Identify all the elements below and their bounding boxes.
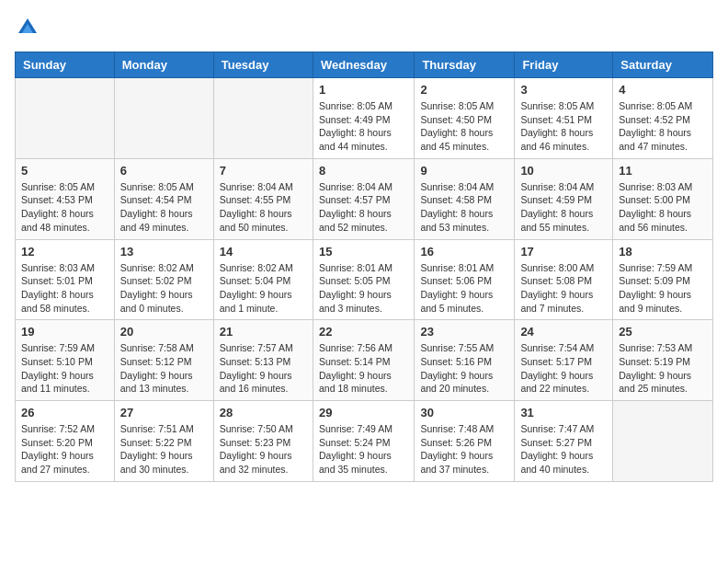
- day-number: 2: [420, 83, 508, 97]
- day-number: 6: [120, 164, 208, 178]
- day-number: 18: [619, 245, 707, 259]
- day-number: 12: [21, 245, 108, 259]
- day-info: Sunrise: 7:59 AM Sunset: 5:10 PM Dayligh…: [21, 341, 108, 396]
- calendar-cell: 21Sunrise: 7:57 AM Sunset: 5:13 PM Dayli…: [213, 320, 313, 401]
- day-info: Sunrise: 8:00 AM Sunset: 5:08 PM Dayligh…: [520, 261, 607, 316]
- calendar-cell: 9Sunrise: 8:04 AM Sunset: 4:58 PM Daylig…: [415, 158, 515, 239]
- logo-icon: [15, 15, 40, 40]
- week-row-1: 1Sunrise: 8:05 AM Sunset: 4:49 PM Daylig…: [16, 78, 713, 159]
- calendar-cell: 22Sunrise: 7:56 AM Sunset: 5:14 PM Dayli…: [313, 320, 414, 401]
- day-info: Sunrise: 7:49 AM Sunset: 5:24 PM Dayligh…: [319, 422, 408, 477]
- calendar-cell: 17Sunrise: 8:00 AM Sunset: 5:08 PM Dayli…: [515, 239, 613, 320]
- day-number: 8: [319, 164, 408, 178]
- calendar-cell: 24Sunrise: 7:54 AM Sunset: 5:17 PM Dayli…: [515, 320, 613, 401]
- day-info: Sunrise: 7:55 AM Sunset: 5:16 PM Dayligh…: [420, 341, 508, 396]
- day-info: Sunrise: 7:59 AM Sunset: 5:09 PM Dayligh…: [619, 261, 707, 316]
- day-info: Sunrise: 8:03 AM Sunset: 5:01 PM Dayligh…: [21, 261, 108, 316]
- day-info: Sunrise: 7:47 AM Sunset: 5:27 PM Dayligh…: [520, 422, 607, 477]
- day-number: 25: [619, 325, 707, 339]
- calendar-cell: 26Sunrise: 7:52 AM Sunset: 5:20 PM Dayli…: [16, 401, 115, 482]
- calendar-cell: 13Sunrise: 8:02 AM Sunset: 5:02 PM Dayli…: [114, 239, 213, 320]
- day-number: 24: [520, 325, 607, 339]
- calendar-cell: 3Sunrise: 8:05 AM Sunset: 4:51 PM Daylig…: [515, 78, 613, 159]
- day-info: Sunrise: 8:05 AM Sunset: 4:50 PM Dayligh…: [420, 99, 508, 154]
- calendar-cell: 11Sunrise: 8:03 AM Sunset: 5:00 PM Dayli…: [613, 158, 713, 239]
- day-number: 29: [319, 406, 408, 419]
- day-number: 5: [21, 164, 108, 178]
- calendar-header-row: SundayMondayTuesdayWednesdayThursdayFrid…: [16, 52, 713, 78]
- column-header-saturday: Saturday: [613, 52, 713, 78]
- day-number: 22: [319, 325, 408, 339]
- calendar-cell: 29Sunrise: 7:49 AM Sunset: 5:24 PM Dayli…: [313, 401, 414, 482]
- day-info: Sunrise: 8:01 AM Sunset: 5:06 PM Dayligh…: [420, 261, 508, 316]
- day-number: 9: [420, 164, 508, 178]
- calendar-cell: 28Sunrise: 7:50 AM Sunset: 5:23 PM Dayli…: [213, 401, 313, 482]
- day-info: Sunrise: 8:05 AM Sunset: 4:52 PM Dayligh…: [619, 99, 707, 154]
- day-number: 31: [520, 406, 607, 419]
- column-header-wednesday: Wednesday: [313, 52, 414, 78]
- day-number: 23: [420, 325, 508, 339]
- day-info: Sunrise: 7:57 AM Sunset: 5:13 PM Dayligh…: [220, 341, 307, 396]
- calendar-cell: 20Sunrise: 7:58 AM Sunset: 5:12 PM Dayli…: [114, 320, 213, 401]
- calendar-cell: 1Sunrise: 8:05 AM Sunset: 4:49 PM Daylig…: [313, 78, 414, 159]
- calendar-cell: 16Sunrise: 8:01 AM Sunset: 5:06 PM Dayli…: [415, 239, 515, 320]
- page-header: [15, 15, 713, 40]
- day-info: Sunrise: 8:01 AM Sunset: 5:05 PM Dayligh…: [319, 261, 408, 316]
- day-info: Sunrise: 8:04 AM Sunset: 4:58 PM Dayligh…: [420, 180, 508, 235]
- day-info: Sunrise: 7:56 AM Sunset: 5:14 PM Dayligh…: [319, 341, 408, 396]
- day-number: 27: [120, 406, 208, 419]
- day-number: 17: [520, 245, 607, 259]
- day-number: 21: [220, 325, 307, 339]
- calendar: SundayMondayTuesdayWednesdayThursdayFrid…: [15, 52, 713, 482]
- day-info: Sunrise: 7:58 AM Sunset: 5:12 PM Dayligh…: [120, 341, 208, 396]
- calendar-cell: 19Sunrise: 7:59 AM Sunset: 5:10 PM Dayli…: [16, 320, 115, 401]
- day-number: 13: [120, 245, 208, 259]
- calendar-cell: 14Sunrise: 8:02 AM Sunset: 5:04 PM Dayli…: [213, 239, 313, 320]
- day-number: 7: [220, 164, 307, 178]
- day-info: Sunrise: 7:52 AM Sunset: 5:20 PM Dayligh…: [21, 422, 108, 477]
- calendar-cell: 6Sunrise: 8:05 AM Sunset: 4:54 PM Daylig…: [114, 158, 213, 239]
- day-number: 10: [520, 164, 607, 178]
- day-info: Sunrise: 8:04 AM Sunset: 4:55 PM Dayligh…: [220, 180, 307, 235]
- day-info: Sunrise: 8:05 AM Sunset: 4:54 PM Dayligh…: [120, 180, 208, 235]
- day-info: Sunrise: 8:04 AM Sunset: 4:57 PM Dayligh…: [319, 180, 408, 235]
- day-info: Sunrise: 8:04 AM Sunset: 4:59 PM Dayligh…: [520, 180, 607, 235]
- calendar-cell: 31Sunrise: 7:47 AM Sunset: 5:27 PM Dayli…: [515, 401, 613, 482]
- day-number: 3: [520, 83, 607, 97]
- column-header-sunday: Sunday: [16, 52, 115, 78]
- calendar-cell: 25Sunrise: 7:53 AM Sunset: 5:19 PM Dayli…: [613, 320, 713, 401]
- day-info: Sunrise: 7:51 AM Sunset: 5:22 PM Dayligh…: [120, 422, 208, 477]
- day-number: 4: [619, 83, 707, 97]
- day-number: 28: [220, 406, 307, 419]
- week-row-3: 12Sunrise: 8:03 AM Sunset: 5:01 PM Dayli…: [16, 239, 713, 320]
- column-header-monday: Monday: [114, 52, 213, 78]
- calendar-cell: 18Sunrise: 7:59 AM Sunset: 5:09 PM Dayli…: [613, 239, 713, 320]
- week-row-2: 5Sunrise: 8:05 AM Sunset: 4:53 PM Daylig…: [16, 158, 713, 239]
- calendar-cell: 4Sunrise: 8:05 AM Sunset: 4:52 PM Daylig…: [613, 78, 713, 159]
- logo: [15, 15, 44, 40]
- day-info: Sunrise: 8:03 AM Sunset: 5:00 PM Dayligh…: [619, 180, 707, 235]
- column-header-friday: Friday: [515, 52, 613, 78]
- day-number: 16: [420, 245, 508, 259]
- calendar-cell: 30Sunrise: 7:48 AM Sunset: 5:26 PM Dayli…: [415, 401, 515, 482]
- day-number: 11: [619, 164, 707, 178]
- calendar-cell: 15Sunrise: 8:01 AM Sunset: 5:05 PM Dayli…: [313, 239, 414, 320]
- day-info: Sunrise: 8:02 AM Sunset: 5:04 PM Dayligh…: [220, 261, 307, 316]
- week-row-4: 19Sunrise: 7:59 AM Sunset: 5:10 PM Dayli…: [16, 320, 713, 401]
- day-info: Sunrise: 7:54 AM Sunset: 5:17 PM Dayligh…: [520, 341, 607, 396]
- day-number: 19: [21, 325, 108, 339]
- day-number: 20: [120, 325, 208, 339]
- day-number: 14: [220, 245, 307, 259]
- day-info: Sunrise: 8:05 AM Sunset: 4:53 PM Dayligh…: [21, 180, 108, 235]
- day-number: 1: [319, 83, 408, 97]
- day-number: 30: [420, 406, 508, 419]
- calendar-cell: 12Sunrise: 8:03 AM Sunset: 5:01 PM Dayli…: [16, 239, 115, 320]
- calendar-cell: 23Sunrise: 7:55 AM Sunset: 5:16 PM Dayli…: [415, 320, 515, 401]
- calendar-cell: [613, 401, 713, 482]
- day-info: Sunrise: 7:48 AM Sunset: 5:26 PM Dayligh…: [420, 422, 508, 477]
- calendar-cell: [114, 78, 213, 159]
- calendar-cell: 2Sunrise: 8:05 AM Sunset: 4:50 PM Daylig…: [415, 78, 515, 159]
- day-info: Sunrise: 7:53 AM Sunset: 5:19 PM Dayligh…: [619, 341, 707, 396]
- calendar-cell: 27Sunrise: 7:51 AM Sunset: 5:22 PM Dayli…: [114, 401, 213, 482]
- calendar-cell: 7Sunrise: 8:04 AM Sunset: 4:55 PM Daylig…: [213, 158, 313, 239]
